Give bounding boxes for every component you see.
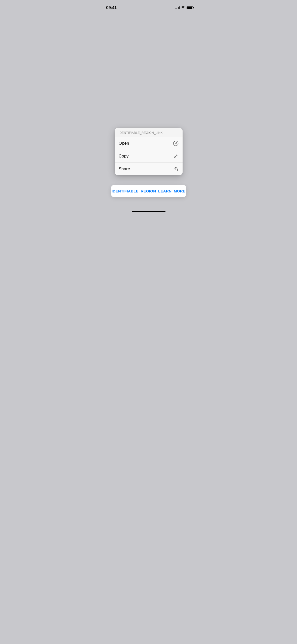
learn-more-button[interactable]: IDENTIFIABLE_REGION_LEARN_MORE — [111, 185, 186, 197]
status-icons — [176, 6, 193, 10]
context-menu-header: IDENTIFIABLE_REGION_LINK — [115, 128, 183, 137]
learn-more-label: IDENTIFIABLE_REGION_LEARN_MORE — [112, 189, 185, 193]
battery-icon — [187, 6, 193, 9]
menu-item-share-label: Share... — [119, 167, 134, 172]
menu-item-copy[interactable]: Copy — [115, 150, 183, 163]
menu-item-open-label: Open — [119, 141, 129, 146]
menu-item-share[interactable]: Share... — [115, 163, 183, 175]
share-icon — [173, 166, 179, 172]
status-time: 09:41 — [106, 5, 117, 10]
context-menu-url: IDENTIFIABLE_REGION_LINK — [119, 131, 163, 135]
status-bar: 09:41 — [99, 0, 198, 12]
context-menu: IDENTIFIABLE_REGION_LINK Open Copy Share… — [115, 128, 183, 175]
menu-item-copy-label: Copy — [119, 154, 129, 159]
compass-icon — [173, 141, 179, 146]
signal-icon — [176, 6, 180, 9]
link-icon — [173, 153, 179, 159]
home-indicator — [132, 211, 165, 212]
svg-point-1 — [176, 143, 176, 144]
wifi-icon — [181, 6, 185, 10]
menu-item-open[interactable]: Open — [115, 137, 183, 150]
